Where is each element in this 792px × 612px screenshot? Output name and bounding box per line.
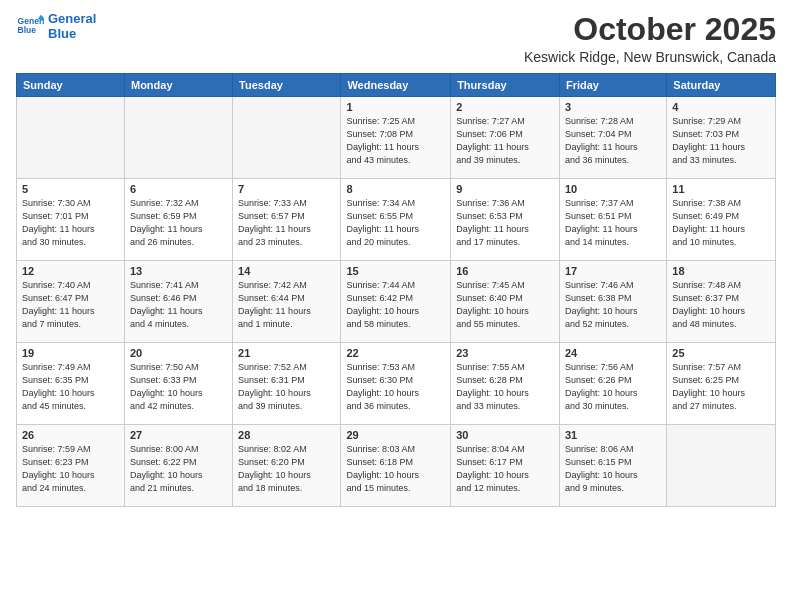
day-number: 2 xyxy=(456,101,554,113)
day-number: 27 xyxy=(130,429,227,441)
day-info: Sunrise: 8:00 AMSunset: 6:22 PMDaylight:… xyxy=(130,443,227,495)
calendar-cell: 28Sunrise: 8:02 AMSunset: 6:20 PMDayligh… xyxy=(233,425,341,507)
day-number: 29 xyxy=(346,429,445,441)
day-info: Sunrise: 7:40 AMSunset: 6:47 PMDaylight:… xyxy=(22,279,119,331)
calendar-cell: 6Sunrise: 7:32 AMSunset: 6:59 PMDaylight… xyxy=(124,179,232,261)
day-number: 3 xyxy=(565,101,661,113)
day-number: 7 xyxy=(238,183,335,195)
day-number: 18 xyxy=(672,265,770,277)
day-number: 17 xyxy=(565,265,661,277)
day-header-saturday: Saturday xyxy=(667,74,776,97)
day-number: 15 xyxy=(346,265,445,277)
calendar-cell: 8Sunrise: 7:34 AMSunset: 6:55 PMDaylight… xyxy=(341,179,451,261)
svg-text:Blue: Blue xyxy=(18,25,37,35)
day-number: 4 xyxy=(672,101,770,113)
day-info: Sunrise: 7:25 AMSunset: 7:08 PMDaylight:… xyxy=(346,115,445,167)
calendar-cell: 31Sunrise: 8:06 AMSunset: 6:15 PMDayligh… xyxy=(559,425,666,507)
calendar-cell xyxy=(124,97,232,179)
calendar-cell: 5Sunrise: 7:30 AMSunset: 7:01 PMDaylight… xyxy=(17,179,125,261)
day-info: Sunrise: 7:30 AMSunset: 7:01 PMDaylight:… xyxy=(22,197,119,249)
day-number: 30 xyxy=(456,429,554,441)
calendar-cell: 29Sunrise: 8:03 AMSunset: 6:18 PMDayligh… xyxy=(341,425,451,507)
day-info: Sunrise: 7:32 AMSunset: 6:59 PMDaylight:… xyxy=(130,197,227,249)
day-number: 23 xyxy=(456,347,554,359)
day-header-monday: Monday xyxy=(124,74,232,97)
calendar-cell: 24Sunrise: 7:56 AMSunset: 6:26 PMDayligh… xyxy=(559,343,666,425)
day-info: Sunrise: 7:29 AMSunset: 7:03 PMDaylight:… xyxy=(672,115,770,167)
calendar-header-row: SundayMondayTuesdayWednesdayThursdayFrid… xyxy=(17,74,776,97)
day-info: Sunrise: 8:03 AMSunset: 6:18 PMDaylight:… xyxy=(346,443,445,495)
calendar-cell: 20Sunrise: 7:50 AMSunset: 6:33 PMDayligh… xyxy=(124,343,232,425)
day-number: 6 xyxy=(130,183,227,195)
calendar-cell: 7Sunrise: 7:33 AMSunset: 6:57 PMDaylight… xyxy=(233,179,341,261)
day-info: Sunrise: 8:04 AMSunset: 6:17 PMDaylight:… xyxy=(456,443,554,495)
calendar-cell: 27Sunrise: 8:00 AMSunset: 6:22 PMDayligh… xyxy=(124,425,232,507)
day-info: Sunrise: 7:48 AMSunset: 6:37 PMDaylight:… xyxy=(672,279,770,331)
day-number: 12 xyxy=(22,265,119,277)
day-info: Sunrise: 8:02 AMSunset: 6:20 PMDaylight:… xyxy=(238,443,335,495)
day-info: Sunrise: 7:52 AMSunset: 6:31 PMDaylight:… xyxy=(238,361,335,413)
day-number: 11 xyxy=(672,183,770,195)
calendar-cell: 16Sunrise: 7:45 AMSunset: 6:40 PMDayligh… xyxy=(451,261,560,343)
day-number: 16 xyxy=(456,265,554,277)
day-number: 5 xyxy=(22,183,119,195)
calendar-week-1: 1Sunrise: 7:25 AMSunset: 7:08 PMDaylight… xyxy=(17,97,776,179)
day-number: 1 xyxy=(346,101,445,113)
day-number: 13 xyxy=(130,265,227,277)
logo-subtext: Blue xyxy=(48,27,96,42)
day-info: Sunrise: 7:33 AMSunset: 6:57 PMDaylight:… xyxy=(238,197,335,249)
calendar-cell: 12Sunrise: 7:40 AMSunset: 6:47 PMDayligh… xyxy=(17,261,125,343)
title-block: October 2025 Keswick Ridge, New Brunswic… xyxy=(524,12,776,65)
logo: General Blue General Blue xyxy=(16,12,96,42)
day-number: 14 xyxy=(238,265,335,277)
calendar-cell xyxy=(233,97,341,179)
calendar-cell: 14Sunrise: 7:42 AMSunset: 6:44 PMDayligh… xyxy=(233,261,341,343)
day-number: 22 xyxy=(346,347,445,359)
day-number: 25 xyxy=(672,347,770,359)
logo-icon: General Blue xyxy=(16,13,44,41)
day-info: Sunrise: 7:38 AMSunset: 6:49 PMDaylight:… xyxy=(672,197,770,249)
calendar-cell: 18Sunrise: 7:48 AMSunset: 6:37 PMDayligh… xyxy=(667,261,776,343)
day-info: Sunrise: 7:46 AMSunset: 6:38 PMDaylight:… xyxy=(565,279,661,331)
calendar-cell: 1Sunrise: 7:25 AMSunset: 7:08 PMDaylight… xyxy=(341,97,451,179)
calendar-cell: 13Sunrise: 7:41 AMSunset: 6:46 PMDayligh… xyxy=(124,261,232,343)
day-header-sunday: Sunday xyxy=(17,74,125,97)
day-info: Sunrise: 7:37 AMSunset: 6:51 PMDaylight:… xyxy=(565,197,661,249)
calendar-cell xyxy=(17,97,125,179)
calendar-cell: 11Sunrise: 7:38 AMSunset: 6:49 PMDayligh… xyxy=(667,179,776,261)
day-number: 21 xyxy=(238,347,335,359)
day-info: Sunrise: 7:53 AMSunset: 6:30 PMDaylight:… xyxy=(346,361,445,413)
day-number: 24 xyxy=(565,347,661,359)
day-info: Sunrise: 7:28 AMSunset: 7:04 PMDaylight:… xyxy=(565,115,661,167)
calendar-cell: 25Sunrise: 7:57 AMSunset: 6:25 PMDayligh… xyxy=(667,343,776,425)
day-info: Sunrise: 7:57 AMSunset: 6:25 PMDaylight:… xyxy=(672,361,770,413)
day-header-wednesday: Wednesday xyxy=(341,74,451,97)
calendar-week-4: 19Sunrise: 7:49 AMSunset: 6:35 PMDayligh… xyxy=(17,343,776,425)
calendar-cell: 17Sunrise: 7:46 AMSunset: 6:38 PMDayligh… xyxy=(559,261,666,343)
day-info: Sunrise: 7:34 AMSunset: 6:55 PMDaylight:… xyxy=(346,197,445,249)
day-number: 8 xyxy=(346,183,445,195)
calendar-cell xyxy=(667,425,776,507)
location: Keswick Ridge, New Brunswick, Canada xyxy=(524,49,776,65)
day-number: 20 xyxy=(130,347,227,359)
day-header-friday: Friday xyxy=(559,74,666,97)
day-number: 10 xyxy=(565,183,661,195)
day-info: Sunrise: 7:44 AMSunset: 6:42 PMDaylight:… xyxy=(346,279,445,331)
calendar-cell: 15Sunrise: 7:44 AMSunset: 6:42 PMDayligh… xyxy=(341,261,451,343)
calendar-cell: 21Sunrise: 7:52 AMSunset: 6:31 PMDayligh… xyxy=(233,343,341,425)
calendar-week-2: 5Sunrise: 7:30 AMSunset: 7:01 PMDaylight… xyxy=(17,179,776,261)
day-info: Sunrise: 7:50 AMSunset: 6:33 PMDaylight:… xyxy=(130,361,227,413)
calendar-cell: 3Sunrise: 7:28 AMSunset: 7:04 PMDaylight… xyxy=(559,97,666,179)
day-info: Sunrise: 7:41 AMSunset: 6:46 PMDaylight:… xyxy=(130,279,227,331)
day-number: 19 xyxy=(22,347,119,359)
calendar-cell: 22Sunrise: 7:53 AMSunset: 6:30 PMDayligh… xyxy=(341,343,451,425)
day-header-tuesday: Tuesday xyxy=(233,74,341,97)
calendar-cell: 4Sunrise: 7:29 AMSunset: 7:03 PMDaylight… xyxy=(667,97,776,179)
day-number: 28 xyxy=(238,429,335,441)
day-info: Sunrise: 7:59 AMSunset: 6:23 PMDaylight:… xyxy=(22,443,119,495)
calendar-week-5: 26Sunrise: 7:59 AMSunset: 6:23 PMDayligh… xyxy=(17,425,776,507)
calendar-cell: 26Sunrise: 7:59 AMSunset: 6:23 PMDayligh… xyxy=(17,425,125,507)
day-info: Sunrise: 7:36 AMSunset: 6:53 PMDaylight:… xyxy=(456,197,554,249)
day-info: Sunrise: 7:49 AMSunset: 6:35 PMDaylight:… xyxy=(22,361,119,413)
calendar-cell: 2Sunrise: 7:27 AMSunset: 7:06 PMDaylight… xyxy=(451,97,560,179)
